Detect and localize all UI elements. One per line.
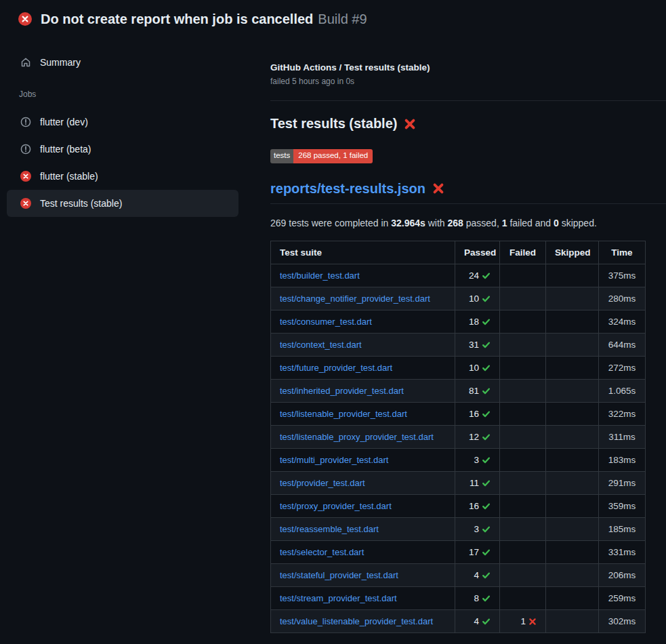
job-label: Test results (stable): [40, 198, 122, 209]
skipped-cell: [546, 310, 599, 333]
passed-cell: 12: [455, 425, 500, 448]
failed-cell: [500, 471, 546, 494]
neutral-status-icon: [20, 117, 31, 127]
time-cell: 644ms: [599, 333, 646, 356]
suite-link[interactable]: test/future_provider_test.dart: [280, 363, 392, 373]
suite-cell: test/provider_test.dart: [271, 471, 455, 494]
skipped-cell: [546, 563, 599, 586]
divider: [270, 100, 666, 101]
passed-count: 11: [470, 478, 479, 488]
report-link[interactable]: reports/test-results.json: [270, 181, 425, 197]
check-icon: [482, 525, 491, 534]
column-header-skipped: Skipped: [546, 241, 599, 264]
check-icon: [482, 432, 491, 441]
check-icon: [482, 363, 491, 372]
tests-badge: tests 268 passed, 1 failed: [270, 149, 373, 163]
sidebar-job-flutter-dev[interactable]: flutter (dev): [7, 108, 238, 136]
failed-cell: [500, 333, 546, 356]
failed-cell: [500, 287, 546, 310]
suite-cell: test/reassemble_test.dart: [271, 517, 455, 540]
passed-count: 3: [474, 455, 479, 465]
skipped-cell: [546, 586, 599, 609]
suite-link[interactable]: test/change_notifier_provider_test.dart: [280, 294, 430, 304]
suite-link[interactable]: test/provider_test.dart: [280, 478, 365, 488]
suite-link[interactable]: test/listenable_proxy_provider_test.dart: [280, 432, 434, 442]
suite-cell: test/value_listenable_provider_test.dart: [271, 609, 455, 632]
sidebar-job-flutter-beta[interactable]: flutter (beta): [7, 136, 238, 163]
suite-link[interactable]: test/consumer_test.dart: [280, 317, 372, 327]
check-icon: [482, 502, 491, 510]
suite-cell: test/selector_test.dart: [271, 540, 455, 563]
section-title-text: Test results (stable): [270, 116, 397, 132]
summary-text: 269 tests were completed in: [270, 218, 391, 228]
summary-text: with: [425, 218, 448, 228]
failed-cell: [500, 494, 546, 517]
suite-cell: test/listenable_provider_test.dart: [271, 402, 455, 425]
check-icon: [482, 617, 491, 626]
sidebar-job-flutter-stable[interactable]: flutter (stable): [7, 163, 238, 190]
column-header-test-suite: Test suite: [271, 241, 455, 264]
check-icon: [482, 479, 491, 487]
skipped-cell: [546, 402, 599, 425]
summary-text: failed and: [507, 218, 554, 228]
passed-cell: 17: [455, 540, 500, 563]
sidebar: Summary Jobs flutter (dev)flutter (beta)…: [0, 38, 261, 217]
table-row: test/inherited_provider_test.dart811.065…: [271, 379, 646, 402]
suite-link[interactable]: test/listenable_provider_test.dart: [280, 409, 407, 419]
build-header: Do not create report when job is cancell…: [0, 0, 666, 38]
suite-link[interactable]: test/value_listenable_provider_test.dart: [280, 616, 433, 626]
sidebar-item-summary[interactable]: Summary: [7, 49, 238, 76]
job-label: flutter (dev): [40, 117, 88, 127]
skipped-cell: [546, 425, 599, 448]
breadcrumb: GitHub Actions / Test results (stable): [270, 62, 666, 73]
suite-link[interactable]: test/proxy_provider_test.dart: [280, 501, 392, 511]
summary-duration: 32.964s: [391, 218, 425, 228]
suite-cell: test/context_test.dart: [271, 333, 455, 356]
time-cell: 183ms: [599, 448, 646, 471]
neutral-status-icon: [20, 144, 31, 155]
time-cell: 359ms: [599, 494, 646, 517]
time-cell: 1.065s: [599, 379, 646, 402]
time-cell: 272ms: [599, 356, 646, 379]
home-icon: [20, 57, 31, 68]
suite-link[interactable]: test/reassemble_test.dart: [280, 524, 379, 534]
failed-cell: [500, 379, 546, 402]
suite-cell: test/inherited_provider_test.dart: [271, 379, 455, 402]
time-cell: 331ms: [599, 540, 646, 563]
time-cell: 375ms: [599, 264, 646, 287]
check-icon: [482, 456, 491, 464]
suite-link[interactable]: test/context_test.dart: [280, 340, 362, 350]
page-title: Do not create report when job is cancell…: [41, 12, 367, 27]
passed-count: 10: [469, 363, 479, 373]
job-label: flutter (stable): [40, 171, 98, 182]
suite-cell: test/multi_provider_test.dart: [271, 448, 455, 471]
suite-link[interactable]: test/selector_test.dart: [280, 547, 364, 557]
skipped-cell: [546, 540, 599, 563]
failed-count: 1: [520, 616, 526, 626]
time-cell: 280ms: [599, 287, 646, 310]
failed-cell: [500, 586, 546, 609]
passed-cell: 11: [455, 471, 500, 494]
suite-link[interactable]: test/multi_provider_test.dart: [280, 455, 388, 465]
table-row: test/multi_provider_test.dart3183ms: [271, 448, 646, 471]
check-icon: [482, 386, 491, 395]
column-header-failed: Failed: [500, 241, 546, 264]
passed-cell: 10: [455, 356, 500, 379]
suite-link[interactable]: test/inherited_provider_test.dart: [280, 386, 404, 396]
suite-link[interactable]: test/stream_provider_test.dart: [280, 593, 397, 603]
suite-cell: test/listenable_proxy_provider_test.dart: [271, 425, 455, 448]
passed-count: 12: [469, 432, 479, 442]
suite-link[interactable]: test/stateful_provider_test.dart: [280, 570, 398, 580]
failed-cell: [500, 310, 546, 333]
table-row: test/stateful_provider_test.dart4206ms: [271, 563, 646, 586]
badge-label: tests: [270, 149, 293, 163]
check-icon: [482, 340, 491, 349]
passed-count: 24: [469, 270, 479, 281]
x-mark-icon: [528, 618, 537, 626]
summary-line: 269 tests were completed in 32.964s with…: [270, 218, 666, 228]
passed-cell: 4: [455, 609, 500, 632]
table-row: test/listenable_proxy_provider_test.dart…: [271, 425, 646, 448]
passed-count: 8: [474, 593, 479, 603]
sidebar-job-test-results-stable[interactable]: Test results (stable): [7, 190, 238, 217]
suite-link[interactable]: test/builder_test.dart: [280, 270, 360, 281]
